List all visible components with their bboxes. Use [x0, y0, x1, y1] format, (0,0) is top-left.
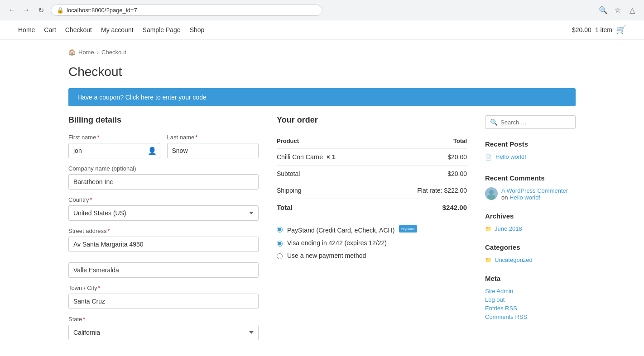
- required-star-4: *: [108, 228, 110, 234]
- paystand-logo-svg: PayStand: [399, 225, 417, 233]
- site-header: Home Cart Checkout My account Sample Pag…: [0, 20, 644, 40]
- payment-methods: PayStand (Credit Card, eCheck, ACH) PayS…: [277, 225, 467, 259]
- nav-home[interactable]: Home: [18, 26, 35, 33]
- name-icon: 👤: [148, 147, 157, 155]
- billing-col: Billing details First name * 👤: [68, 115, 259, 347]
- required-star: *: [97, 134, 99, 141]
- first-name-label: First name *: [68, 134, 160, 141]
- first-name-input[interactable]: [68, 143, 160, 158]
- category-link[interactable]: Uncategorized: [495, 256, 533, 263]
- search-icon: 🔍: [490, 119, 498, 126]
- cart-summary: $20.00 1 item 🛒: [572, 25, 626, 35]
- town-label: Town / City *: [68, 285, 259, 291]
- meta-title: Meta: [485, 275, 576, 282]
- page-wrapper: 🏠 Home › Checkout Checkout Have a coupon…: [50, 40, 594, 356]
- bookmark-button[interactable]: ☆: [611, 4, 624, 16]
- folder-icon: 📁: [485, 226, 492, 232]
- breadcrumb: 🏠 Home › Checkout: [68, 49, 576, 56]
- svg-text:PayStand: PayStand: [401, 228, 414, 231]
- recent-posts-title: Recent Posts: [485, 140, 576, 148]
- comment-avatar: [485, 187, 498, 200]
- lock-icon: 🔒: [57, 7, 64, 14]
- meta-comments-rss[interactable]: Comments RSS: [485, 313, 576, 320]
- recent-post-link[interactable]: Hello world!: [495, 153, 526, 160]
- state-select[interactable]: California: [68, 325, 259, 340]
- country-select[interactable]: United States (US): [68, 205, 259, 221]
- breadcrumb-current: Checkout: [101, 49, 126, 56]
- search-browser-button[interactable]: 🔍: [597, 4, 610, 16]
- street-input-1[interactable]: [68, 237, 259, 252]
- new-method-label: Use a new payment method: [287, 252, 366, 259]
- town-input[interactable]: [68, 294, 259, 309]
- browser-nav-buttons: ← → ↻: [5, 4, 47, 16]
- nav-myaccount[interactable]: My account: [101, 26, 134, 33]
- paystand-radio[interactable]: [277, 227, 283, 233]
- url-text: localhost:8000/?page_id=7: [67, 7, 137, 14]
- visa-option: Visa ending in 4242 (expires 12/22): [277, 239, 467, 247]
- required-star-6: *: [83, 316, 85, 323]
- comment-text: A WordPress Commenter on Hello world!: [501, 187, 576, 201]
- street-row: Street address *: [68, 228, 259, 256]
- nav-cart[interactable]: Cart: [44, 26, 56, 33]
- page-title: Checkout: [68, 65, 576, 79]
- state-field: State * California: [68, 316, 259, 340]
- sidebar-archives: Archives 📁 June 2018: [485, 212, 576, 232]
- town-field: Town / City *: [68, 285, 259, 309]
- street-input-2[interactable]: [68, 262, 259, 278]
- back-button[interactable]: ←: [5, 4, 18, 16]
- company-field: Company name (optional): [68, 165, 259, 190]
- total-row: Total $242.00: [277, 199, 467, 216]
- meta-logout[interactable]: Log out: [485, 296, 576, 303]
- search-box: 🔍: [485, 115, 576, 129]
- forward-button[interactable]: →: [20, 4, 33, 16]
- required-star-3: *: [90, 197, 92, 203]
- meta-entries-rss[interactable]: Entries RSS: [485, 305, 576, 312]
- town-row: Town / City *: [68, 285, 259, 309]
- comment-author-link[interactable]: A WordPress Commenter: [501, 187, 568, 194]
- home-icon: 🏠: [68, 49, 76, 56]
- sidebar-recent-posts: Recent Posts 📄 Hello world!: [485, 140, 576, 163]
- street-field: Street address *: [68, 228, 259, 256]
- shipping-row: Shipping Flat rate: $222.00: [277, 182, 467, 199]
- reload-button[interactable]: ↻: [34, 4, 47, 16]
- last-name-label: Last name *: [167, 134, 259, 141]
- coupon-banner[interactable]: Have a coupon? Click here to enter your …: [68, 88, 576, 106]
- sidebar: 🔍 Recent Posts 📄 Hello world! Recent Com…: [485, 115, 576, 347]
- breadcrumb-home[interactable]: Home: [78, 49, 94, 56]
- total-value: $242.00: [380, 199, 467, 216]
- paystand-option: PayStand (Credit Card, eCheck, ACH) PayS…: [277, 225, 467, 234]
- extensions-button[interactable]: △: [626, 4, 639, 16]
- meta-site-admin[interactable]: Site Admin: [485, 288, 576, 294]
- nav-samplepage[interactable]: Sample Page: [143, 26, 181, 33]
- svg-point-2: [489, 190, 494, 195]
- visa-label: Visa ending in 4242 (expires 12/22): [287, 239, 387, 247]
- required-star-5: *: [98, 285, 101, 291]
- address-bar[interactable]: 🔒 localhost:8000/?page_id=7: [51, 5, 322, 16]
- order-table: Product Total Chilli Con Carne × 1 $20.0…: [277, 134, 467, 216]
- nav-checkout[interactable]: Checkout: [65, 26, 92, 33]
- company-row: Company name (optional): [68, 165, 259, 190]
- search-input[interactable]: [500, 119, 577, 126]
- visa-radio[interactable]: [277, 241, 283, 247]
- country-field: Country * United States (US): [68, 196, 259, 221]
- sidebar-recent-comments: Recent Comments A WordPress Commenter on…: [485, 174, 576, 201]
- recent-post-item: 📄 Hello world!: [485, 153, 576, 163]
- category-folder-icon: 📁: [485, 257, 492, 263]
- checkout-columns: Billing details First name * 👤: [68, 115, 467, 347]
- country-label: Country *: [68, 196, 259, 203]
- content-layout: Billing details First name * 👤: [68, 115, 576, 347]
- order-item-row: Chilli Con Carne × 1 $20.00: [277, 148, 467, 166]
- nav-shop[interactable]: Shop: [190, 26, 205, 33]
- comment-post-link[interactable]: Hello world!: [509, 194, 540, 201]
- street-label: Street address *: [68, 228, 259, 234]
- svg-point-3: [487, 195, 495, 200]
- cart-icon[interactable]: 🛒: [616, 25, 626, 35]
- last-name-input[interactable]: [167, 143, 259, 158]
- recent-comments-title: Recent Comments: [485, 174, 576, 182]
- sidebar-search-section: 🔍: [485, 115, 576, 129]
- cart-total: $20.00: [572, 26, 591, 33]
- archive-item: 📁 June 2018: [485, 225, 576, 232]
- archive-link[interactable]: June 2018: [495, 225, 522, 232]
- company-input[interactable]: [68, 174, 259, 190]
- new-method-radio[interactable]: [277, 253, 283, 259]
